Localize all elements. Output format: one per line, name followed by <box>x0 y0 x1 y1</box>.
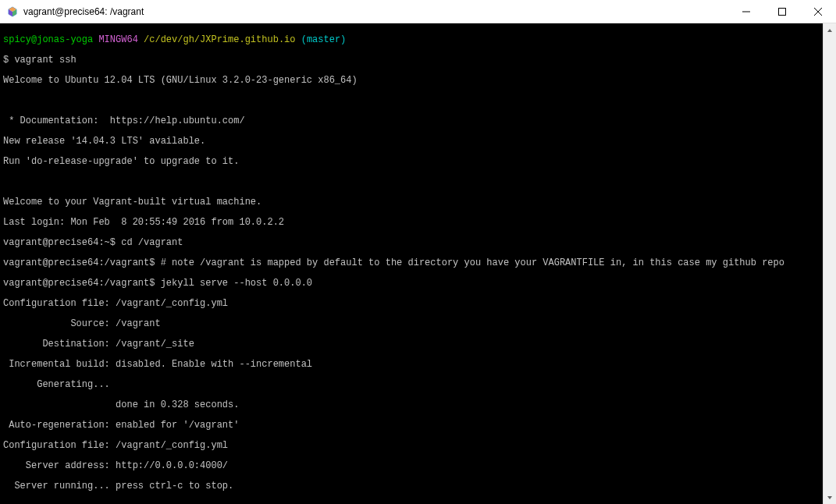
output-line <box>3 96 820 106</box>
window-title: vagrant@precise64: /vagrant <box>23 6 728 17</box>
output-line: vagrant@precise64:/vagrant$ jekyll serve… <box>3 279 820 289</box>
output-line: Server address: http://0.0.0.0:4000/ <box>3 461 820 471</box>
prompt-path: /c/dev/gh/JXPrime.github.io <box>144 34 295 45</box>
output-line: Welcome to Ubuntu 12.04 LTS (GNU/Linux 3… <box>3 76 820 86</box>
output-line: Destination: /vagrant/_site <box>3 339 820 350</box>
command-text: vagrant ssh <box>14 55 76 66</box>
window-titlebar: vagrant@precise64: /vagrant <box>0 0 836 23</box>
vertical-scrollbar[interactable] <box>823 23 836 504</box>
svg-rect-5 <box>779 9 786 16</box>
output-line: New release '14.04.3 LTS' available. <box>3 137 820 147</box>
output-line: Run 'do-release-upgrade' to upgrade to i… <box>3 157 820 167</box>
output-line: Incremental build: disabled. Enable with… <box>3 360 820 370</box>
output-line: Server running... press ctrl-c to stop. <box>3 481 820 492</box>
window-controls <box>728 0 836 23</box>
scroll-track[interactable] <box>824 37 836 491</box>
prompt-branch: (master) <box>301 34 347 45</box>
output-line: Welcome to your Vagrant-built virtual ma… <box>3 197 820 208</box>
minimize-button[interactable] <box>728 0 764 23</box>
terminal-content[interactable]: spicy@jonas-yoga MINGW64 /c/dev/gh/JXPri… <box>0 23 823 504</box>
terminal-area: spicy@jonas-yoga MINGW64 /c/dev/gh/JXPri… <box>0 23 836 504</box>
output-line: * Documentation: https://help.ubuntu.com… <box>3 116 820 126</box>
close-button[interactable] <box>800 0 836 23</box>
prompt-symbol: $ <box>3 55 9 66</box>
scroll-down-arrow[interactable] <box>824 491 836 504</box>
svg-marker-8 <box>827 29 832 32</box>
prompt-user-host: spicy@jonas-yoga <box>3 34 93 45</box>
output-line: Configuration file: /vagrant/_config.yml <box>3 299 820 309</box>
output-line: Source: /vagrant <box>3 319 820 329</box>
svg-marker-9 <box>827 496 832 499</box>
scroll-up-arrow[interactable] <box>824 23 836 37</box>
output-line: Generating... <box>3 380 820 390</box>
app-icon <box>6 5 19 18</box>
prompt-env: MINGW64 <box>98 34 137 45</box>
output-line: Last login: Mon Feb 8 20:55:49 2016 from… <box>3 218 820 228</box>
maximize-button[interactable] <box>764 0 800 23</box>
output-line: Auto-regeneration: enabled for '/vagrant… <box>3 421 820 431</box>
output-line: vagrant@precise64:/vagrant$ # note /vagr… <box>3 258 820 268</box>
output-line <box>3 177 820 187</box>
output-line: Configuration file: /vagrant/_config.yml <box>3 441 820 451</box>
output-line: vagrant@precise64:~$ cd /vagrant <box>3 238 820 248</box>
output-line: done in 0.328 seconds. <box>3 400 820 410</box>
